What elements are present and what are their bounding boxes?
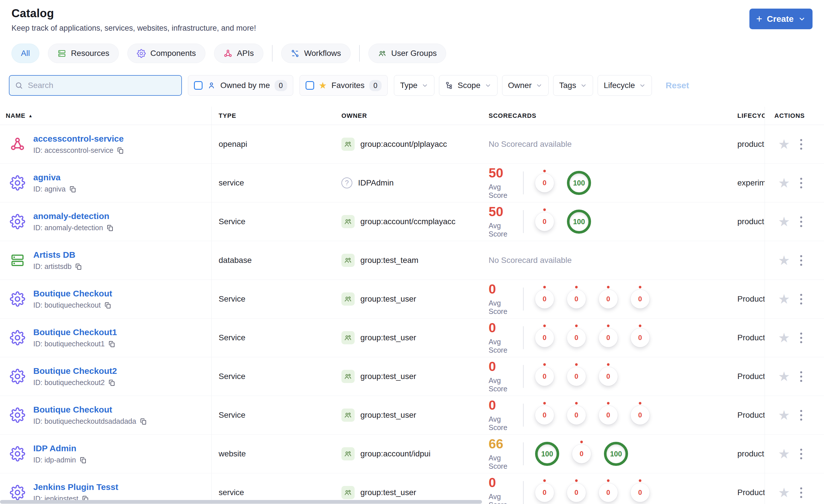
favorite-star-icon[interactable]: ★ bbox=[778, 176, 790, 190]
entity-name-link[interactable]: Jenkins Plugin Tesst bbox=[33, 482, 118, 492]
owned-by-me-checkbox[interactable] bbox=[194, 81, 203, 90]
table-row: Boutique Checkout ID: boutiquecheckoutds… bbox=[0, 396, 824, 434]
tab-apis[interactable]: APIs bbox=[214, 43, 264, 63]
tags-dropdown[interactable]: Tags bbox=[553, 75, 593, 96]
kebab-menu-icon[interactable] bbox=[799, 447, 804, 461]
plus-icon: + bbox=[756, 14, 762, 24]
copy-icon[interactable] bbox=[75, 263, 82, 270]
tab-workflows[interactable]: Workflows bbox=[281, 43, 350, 63]
horizontal-scrollbar[interactable] bbox=[0, 500, 482, 504]
favorites-checkbox[interactable] bbox=[306, 81, 314, 90]
avg-score-block: 50 Avg Score bbox=[489, 166, 520, 200]
catalog-tabs: All Resources Components APIs Workflows … bbox=[11, 43, 813, 63]
kebab-menu-icon[interactable] bbox=[799, 331, 804, 345]
entity-name-link[interactable]: Boutique Checkout bbox=[33, 289, 112, 298]
copy-icon[interactable] bbox=[104, 301, 112, 309]
scope-dropdown[interactable]: Scope bbox=[439, 75, 497, 96]
avg-score-label: Avg Score bbox=[489, 299, 520, 316]
avg-score-value: 0 bbox=[489, 321, 520, 334]
avg-score-value: 0 bbox=[489, 398, 520, 412]
favorite-star-icon[interactable]: ★ bbox=[778, 215, 790, 228]
entity-id: ID: boutiquecheckout1 bbox=[33, 340, 117, 348]
table-row: Artists DB ID: artistsdb database group:… bbox=[0, 241, 824, 280]
copy-icon[interactable] bbox=[69, 185, 77, 193]
scorecard-score-circle: 0 bbox=[535, 173, 554, 193]
copy-icon[interactable] bbox=[108, 340, 116, 348]
favorites-filter[interactable]: ★ Favorites 0 bbox=[300, 75, 388, 96]
favorite-star-icon[interactable]: ★ bbox=[778, 254, 790, 267]
scorecard-score-circle: 0 bbox=[631, 328, 649, 347]
scorecards-cell: No Scorecard available Avg Score bbox=[489, 241, 737, 279]
entity-name-link[interactable]: Boutique Checkout2 bbox=[33, 366, 117, 376]
kebab-menu-icon[interactable] bbox=[799, 176, 804, 190]
create-button[interactable]: + Create bbox=[749, 9, 813, 29]
tab-all[interactable]: All bbox=[11, 43, 39, 63]
owner-label: group:test_user bbox=[360, 333, 416, 342]
avg-score-block: 0 Avg Score bbox=[489, 398, 520, 432]
lifecycle-value: Production bbox=[737, 333, 764, 342]
user-groups-icon bbox=[378, 49, 387, 58]
favorite-star-icon[interactable]: ★ bbox=[778, 138, 790, 151]
copy-icon[interactable] bbox=[117, 147, 124, 154]
lifecycle-value: Production bbox=[737, 372, 764, 381]
scorecard-score-circle: 0 bbox=[631, 406, 649, 424]
tags-dropdown-label: Tags bbox=[559, 81, 576, 90]
tab-components-label: Components bbox=[150, 49, 196, 58]
entity-name-link[interactable]: anomaly-detection bbox=[33, 211, 114, 221]
copy-icon[interactable] bbox=[106, 224, 114, 232]
group-badge-icon bbox=[341, 254, 354, 267]
favorite-star-icon[interactable]: ★ bbox=[778, 447, 790, 461]
kebab-menu-icon[interactable] bbox=[799, 486, 804, 500]
kebab-menu-icon[interactable] bbox=[799, 292, 804, 306]
reset-filters-link[interactable]: Reset bbox=[665, 81, 689, 90]
name-cell: Boutique Checkout1 ID: boutiquecheckout1 bbox=[0, 319, 212, 357]
tab-resources[interactable]: Resources bbox=[48, 43, 119, 63]
type-dropdown[interactable]: Type bbox=[394, 75, 434, 96]
table-row: Boutique Checkout2 ID: boutiquecheckout2… bbox=[0, 357, 824, 396]
gear-icon bbox=[10, 214, 25, 229]
api-icon bbox=[10, 136, 25, 152]
copy-icon[interactable] bbox=[140, 418, 147, 425]
entity-id: ID: anomaly-detection bbox=[33, 224, 114, 232]
actions-cell: ★ bbox=[764, 203, 824, 241]
tab-user-groups[interactable]: User Groups bbox=[369, 43, 446, 63]
entity-name-link[interactable]: accesscontrol-service bbox=[33, 134, 124, 144]
copy-icon[interactable] bbox=[80, 457, 87, 464]
score-divider bbox=[523, 443, 524, 465]
copy-icon[interactable] bbox=[108, 379, 116, 386]
favorite-star-icon[interactable]: ★ bbox=[778, 486, 790, 499]
favorite-star-icon[interactable]: ★ bbox=[778, 370, 790, 383]
owned-by-me-filter[interactable]: Owned by me 0 bbox=[188, 75, 293, 96]
avg-score-label: Avg Score bbox=[489, 493, 520, 504]
owner-label: group:test_user bbox=[360, 410, 416, 420]
entity-name-link[interactable]: Artists DB bbox=[33, 250, 82, 260]
star-icon: ★ bbox=[319, 81, 327, 90]
kebab-menu-icon[interactable] bbox=[799, 253, 804, 267]
scorecard-score-circle: 0 bbox=[572, 445, 591, 463]
kebab-menu-icon[interactable] bbox=[799, 370, 804, 384]
favorite-star-icon[interactable]: ★ bbox=[778, 292, 790, 305]
kebab-menu-icon[interactable] bbox=[799, 215, 804, 229]
create-button-label: Create bbox=[767, 14, 794, 24]
scorecards-cell: No Scorecard available 0 Avg Score 0000 bbox=[489, 280, 737, 318]
search-box[interactable] bbox=[9, 75, 182, 96]
column-header-name[interactable]: NAME ▲ bbox=[0, 107, 212, 125]
owner-dropdown[interactable]: Owner bbox=[502, 75, 548, 96]
favorite-star-icon[interactable]: ★ bbox=[778, 331, 790, 344]
entity-name-link[interactable]: IDP Admin bbox=[33, 444, 87, 453]
search-input[interactable] bbox=[27, 81, 176, 90]
entity-name-link[interactable]: Boutique Checkout1 bbox=[33, 328, 117, 337]
favorite-star-icon[interactable]: ★ bbox=[778, 408, 790, 422]
group-badge-icon bbox=[341, 447, 354, 461]
owner-label: group:test_user bbox=[360, 372, 416, 381]
entity-name-link[interactable]: agniva bbox=[33, 172, 77, 182]
type-cell: database bbox=[212, 241, 341, 279]
actions-cell: ★ bbox=[764, 164, 824, 202]
column-header-actions: ACTIONS bbox=[764, 107, 824, 125]
scorecard-score-circle: 100 bbox=[567, 210, 591, 234]
lifecycle-dropdown[interactable]: Lifecycle bbox=[598, 75, 652, 96]
tab-components[interactable]: Components bbox=[127, 43, 205, 63]
entity-name-link[interactable]: Boutique Checkout bbox=[33, 405, 147, 414]
kebab-menu-icon[interactable] bbox=[799, 408, 804, 422]
kebab-menu-icon[interactable] bbox=[799, 137, 804, 151]
